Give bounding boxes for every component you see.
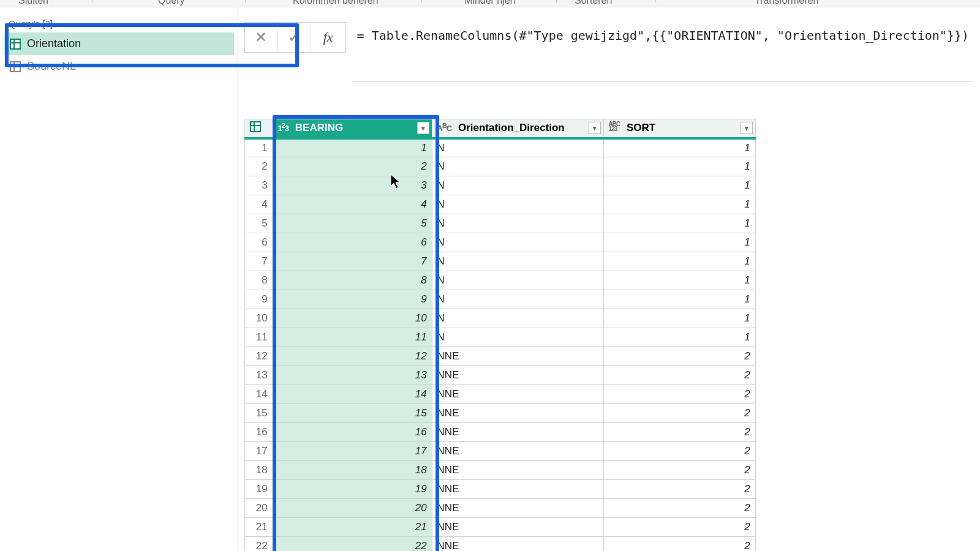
cell-sort[interactable]: 1	[603, 328, 755, 347]
cell-bearing[interactable]: 13	[273, 366, 432, 385]
table-row[interactable]: 77N1	[244, 252, 755, 271]
cell-sort[interactable]: 2	[603, 385, 755, 404]
cell-sort[interactable]: 1	[603, 214, 755, 233]
cell-sort[interactable]: 1	[603, 157, 755, 176]
cell-bearing[interactable]: 17	[273, 442, 432, 461]
cell-orientation[interactable]: NNE	[432, 385, 603, 404]
cell-bearing[interactable]: 21	[273, 518, 432, 537]
table-row[interactable]: 11N1	[244, 138, 755, 157]
cell-orientation[interactable]: N	[432, 271, 603, 290]
cell-sort[interactable]: 1	[603, 252, 755, 271]
cell-bearing[interactable]: 1	[273, 138, 432, 157]
cell-bearing[interactable]: 12	[273, 347, 432, 366]
cell-orientation[interactable]: N	[432, 252, 603, 271]
cell-orientation[interactable]: N	[432, 214, 603, 233]
cell-bearing[interactable]: 10	[273, 309, 432, 328]
cell-orientation[interactable]: NNE	[432, 423, 603, 442]
cell-orientation[interactable]: NNE	[432, 366, 603, 385]
table-row[interactable]: 1717NNE2	[244, 442, 755, 461]
cell-sort[interactable]: 1	[603, 195, 755, 214]
cell-orientation[interactable]: N	[432, 233, 603, 252]
row-number: 15	[244, 404, 273, 423]
table-row[interactable]: 55N1	[244, 214, 755, 233]
cell-sort[interactable]: 1	[603, 233, 755, 252]
cell-bearing[interactable]: 15	[273, 404, 432, 423]
formula-input[interactable]: = Table.RenameColumns(#"Type gewijzigd",…	[352, 22, 974, 82]
cell-bearing[interactable]: 14	[273, 385, 432, 404]
cell-sort[interactable]: 2	[603, 537, 755, 552]
cell-orientation[interactable]: NNE	[432, 442, 603, 461]
cell-sort[interactable]: 2	[603, 404, 755, 423]
cell-sort[interactable]: 2	[603, 461, 755, 480]
cell-bearing[interactable]: 16	[273, 423, 432, 442]
cell-bearing[interactable]: 22	[273, 537, 432, 552]
table-row[interactable]: 44N1	[244, 195, 755, 214]
table-row[interactable]: 88N1	[244, 271, 755, 290]
table-row[interactable]: 1616NNE2	[244, 423, 755, 442]
cell-bearing[interactable]: 5	[273, 214, 432, 233]
table-row[interactable]: 1414NNE2	[244, 385, 755, 404]
cell-sort[interactable]: 2	[603, 347, 755, 366]
cell-orientation[interactable]: N	[432, 176, 603, 195]
cell-sort[interactable]: 2	[603, 480, 755, 499]
table-row[interactable]: 2020NNE2	[244, 499, 755, 518]
cell-sort[interactable]: 1	[603, 290, 755, 309]
table-row[interactable]: 33N1	[244, 176, 755, 195]
table-row[interactable]: 1919NNE2	[244, 480, 755, 499]
cell-bearing[interactable]: 11	[273, 328, 432, 347]
cell-orientation[interactable]: NNE	[432, 461, 603, 480]
data-grid[interactable]: 123 BEARING ▾ ABC Orientation_Direction …	[244, 119, 756, 551]
cell-bearing[interactable]: 19	[273, 480, 432, 499]
table-row[interactable]: 1212NNE2	[244, 347, 755, 366]
cell-sort[interactable]: 1	[603, 309, 755, 328]
table-row[interactable]: 66N1	[244, 233, 755, 252]
cell-bearing[interactable]: 20	[273, 499, 432, 518]
cell-orientation[interactable]: N	[432, 157, 603, 176]
row-number: 17	[244, 442, 273, 461]
cell-sort[interactable]: 1	[603, 176, 755, 195]
cell-orientation[interactable]: NNE	[432, 499, 603, 518]
cell-bearing[interactable]: 18	[273, 461, 432, 480]
cell-orientation[interactable]: NNE	[432, 518, 603, 537]
cell-sort[interactable]: 2	[603, 499, 755, 518]
column-header-bearing[interactable]: 123 BEARING ▾	[273, 119, 432, 138]
cell-sort[interactable]: 2	[603, 518, 755, 537]
cell-orientation[interactable]: N	[432, 328, 603, 347]
cell-bearing[interactable]: 8	[273, 271, 432, 290]
table-row[interactable]: 1515NNE2	[244, 404, 755, 423]
column-header-orientation[interactable]: ABC Orientation_Direction ▾	[432, 119, 603, 138]
column-header-sort[interactable]: ABC123 SORT ▾	[603, 119, 755, 138]
filter-button[interactable]: ▾	[741, 122, 753, 134]
cell-bearing[interactable]: 4	[273, 195, 432, 214]
filter-button[interactable]: ▾	[417, 122, 429, 134]
cell-orientation[interactable]: N	[432, 309, 603, 328]
cell-orientation[interactable]: NNE	[432, 537, 603, 552]
cell-orientation[interactable]: N	[432, 195, 603, 214]
cell-orientation[interactable]: NNE	[432, 347, 603, 366]
table-row[interactable]: 1111N1	[244, 328, 755, 347]
cell-sort[interactable]: 1	[603, 138, 755, 157]
cell-orientation[interactable]: NNE	[432, 480, 603, 499]
cell-orientation[interactable]: N	[432, 138, 603, 157]
row-number-header[interactable]	[244, 119, 273, 138]
cell-bearing[interactable]: 3	[273, 176, 432, 195]
cell-bearing[interactable]: 2	[273, 157, 432, 176]
cell-sort[interactable]: 2	[603, 366, 755, 385]
table-row[interactable]: 1313NNE2	[244, 366, 755, 385]
cell-sort[interactable]: 1	[603, 271, 755, 290]
fx-icon[interactable]: fx	[311, 23, 345, 52]
filter-button[interactable]: ▾	[589, 122, 601, 134]
cell-orientation[interactable]: NNE	[432, 404, 603, 423]
table-row[interactable]: 2222NNE2	[244, 537, 755, 552]
table-row[interactable]: 99N1	[244, 290, 755, 309]
cell-bearing[interactable]: 9	[273, 290, 432, 309]
cell-sort[interactable]: 2	[603, 423, 755, 442]
cell-bearing[interactable]: 7	[273, 252, 432, 271]
cell-orientation[interactable]: N	[432, 290, 603, 309]
table-row[interactable]: 22N1	[244, 157, 755, 176]
cell-sort[interactable]: 2	[603, 442, 755, 461]
table-row[interactable]: 1010N1	[244, 309, 755, 328]
table-row[interactable]: 2121NNE2	[244, 518, 755, 537]
cell-bearing[interactable]: 6	[273, 233, 432, 252]
table-row[interactable]: 1818NNE2	[244, 461, 755, 480]
